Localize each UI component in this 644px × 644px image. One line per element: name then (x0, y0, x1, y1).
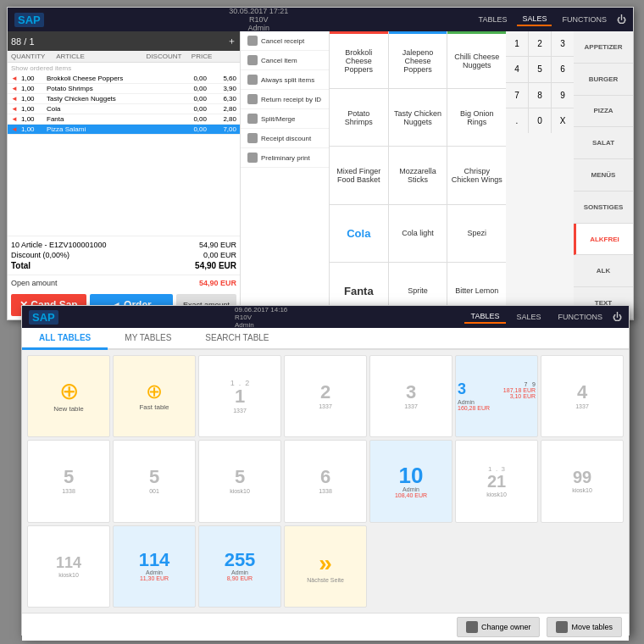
article: Brokkoli Cheese Poppers (47, 75, 181, 82)
table-2[interactable]: 2 1337 (284, 355, 367, 437)
table-255[interactable]: 255 Admin 8,90 EUR (198, 525, 281, 608)
table-1[interactable]: 1 . 2 1 1337 (198, 355, 281, 437)
table-6[interactable]: 6 1338 (284, 440, 367, 522)
menu-item-jalepeno-poppers[interactable]: Jalepeno Cheese Poppers (389, 31, 447, 88)
table-3-blue[interactable]: 3 7 9 187,18 EUR 3,10 EUR Admin 160,28 E… (455, 355, 538, 437)
receipt-columns: QUANTITY ARTICLE DISCOUNT PRICE (8, 51, 240, 63)
menu-grid: Brokkoli Cheese Poppers Jalepeno Cheese … (330, 31, 506, 319)
table-user: Admin (231, 569, 248, 575)
next-chevron-icon: » (319, 550, 332, 577)
menu-item-cola[interactable]: Cola (330, 205, 388, 262)
menu-item-brokkoli-poppers[interactable]: Brokkoli Cheese Poppers (330, 31, 388, 88)
table-4[interactable]: 4 1337 (541, 355, 624, 437)
ctx-preliminary-print[interactable]: Preliminary print (241, 148, 329, 168)
key-3[interactable]: 3 (552, 31, 574, 56)
cat-appetizer[interactable]: APPETIZER (574, 31, 633, 64)
move-tables-button[interactable]: Move tables (547, 617, 622, 637)
front-nav-functions[interactable]: FUNCTIONS (552, 311, 610, 323)
order-item[interactable]: ◄ 1,00 Potato Shrimps 0,00 3,90 (8, 84, 240, 94)
order-item[interactable]: ◄ 1,00 Cola 0,00 2,80 (8, 104, 240, 114)
price: 2,80 (207, 115, 236, 123)
menu-item-finger-food[interactable]: Mixed Finger Food Basket (330, 147, 388, 203)
table-label: 001 (149, 488, 159, 494)
ctx-cancel-item[interactable]: Cancel Item (241, 51, 329, 70)
key-4[interactable]: 4 (506, 57, 528, 81)
cat-menus[interactable]: MENÜS (574, 159, 633, 192)
table-5a[interactable]: 5 1338 (27, 440, 110, 522)
col-article: ARTICLE (56, 53, 146, 60)
table-number: 99 (573, 469, 591, 486)
key-7[interactable]: 7 (506, 83, 528, 108)
order-item[interactable]: ◄ 1,00 Fanta 0,00 2,80 (8, 114, 240, 125)
col-discount: DISCOUNT (147, 53, 192, 60)
menu-item-spezi[interactable]: Spezi (447, 205, 506, 262)
tab-my-tables[interactable]: MY TABLES (108, 328, 188, 350)
cancel-receipt-icon (247, 36, 258, 46)
ctx-receipt-discount[interactable]: Receipt discount (241, 129, 329, 148)
table-next-page[interactable]: » Nächste Seite (284, 525, 367, 608)
cat-burger[interactable]: BURGER (574, 64, 633, 96)
menu-item-potato-shrimps[interactable]: Potato Shrimps (330, 89, 388, 146)
table-label: 1337 (575, 403, 589, 409)
table-10[interactable]: 10 Admin 108,40 EUR (369, 440, 452, 522)
totals-section: 10 Article - E1ZV100001000 54,90 EUR Dis… (8, 236, 240, 275)
key-9[interactable]: 9 (552, 83, 574, 108)
table-114b[interactable]: 114 Admin 11,30 EUR (113, 525, 196, 608)
key-2[interactable]: 2 (529, 31, 551, 56)
table-new[interactable]: ⊕ New table (27, 355, 110, 437)
menu-item-onion-rings[interactable]: Big Onion Rings (447, 89, 506, 146)
cat-salat[interactable]: SALAT (574, 127, 633, 159)
order-item-selected[interactable]: ◄ 1,00 Pizza Salami 0,00 7,00 (8, 125, 240, 135)
menu-item-cola-light[interactable]: Cola light (389, 205, 447, 262)
table-3-gray[interactable]: 3 1337 (369, 355, 452, 437)
key-8[interactable]: 8 (529, 83, 551, 108)
receipt-header: 88 / 1 ＋ (8, 31, 240, 51)
front-nav-tables[interactable]: TABLES (464, 310, 507, 324)
cat-sonstiges[interactable]: SONSTIGES (574, 192, 633, 224)
ctx-label: Return receipt by ID (261, 96, 321, 103)
table-114a[interactable]: 114 kiosk10 (27, 525, 110, 608)
change-owner-label: Change owner (481, 623, 531, 631)
tab-all-tables[interactable]: ALL TABLES (22, 328, 108, 350)
ctx-always-split[interactable]: Always split items (241, 70, 329, 90)
add-icon[interactable]: ＋ (227, 35, 236, 47)
order-item[interactable]: ◄ 1,00 Brokkoli Cheese Poppers 0,00 5,60 (8, 74, 240, 84)
key-x[interactable]: X (552, 108, 574, 133)
front-nav-sales[interactable]: SALES (509, 311, 547, 323)
nav-sales[interactable]: SALES (517, 13, 552, 26)
key-0[interactable]: 0 (529, 108, 551, 133)
arrow-icon: ◄ (11, 75, 21, 82)
menu-item-chilli-nuggets[interactable]: Chilli Cheese Nuggets (447, 31, 506, 88)
menu-item-mozzarella[interactable]: Mozzarella Sticks (389, 147, 447, 203)
key-6[interactable]: 6 (552, 57, 574, 81)
key-dot[interactable]: . (506, 108, 528, 133)
ctx-return-receipt[interactable]: Return receipt by ID (241, 90, 329, 109)
table-21[interactable]: 1 . 3 21 kiosk10 (455, 440, 538, 522)
table-5b[interactable]: 5 001 (113, 440, 196, 522)
open-amount-val: 54,90 EUR (199, 279, 236, 287)
table-99[interactable]: 99 kiosk10 (541, 440, 624, 522)
cat-alk[interactable]: ALK (574, 255, 633, 287)
table-label: kiosk10 (572, 487, 592, 493)
table-number: 5 (64, 468, 74, 486)
datetime: 30.05.2017 17:21 (229, 7, 288, 15)
table-5c[interactable]: 5 kiosk10 (198, 440, 281, 522)
front-power-icon[interactable]: ⏻ (613, 312, 622, 322)
tab-search-table[interactable]: SEARCH TABLE (188, 328, 286, 350)
fast-table-icon: ⊕ (146, 381, 163, 402)
nav-tables[interactable]: TABLES (474, 14, 513, 25)
menu-item-chicken-wings[interactable]: Chrispy Chicken Wings (447, 147, 506, 203)
table-fast[interactable]: ⊕ Fast table (113, 355, 196, 437)
front-header: SAP 09.06.2017 14:16 R10V Admin TABLES S… (22, 306, 629, 328)
key-1[interactable]: 1 (506, 31, 528, 56)
ctx-split-merge[interactable]: Split/Merge (241, 109, 329, 129)
cat-alkfrei[interactable]: ALKFREI (574, 224, 633, 256)
nav-functions[interactable]: FUNCTIONS (557, 14, 612, 25)
ctx-cancel-receipt[interactable]: Cancel receipt (241, 31, 329, 51)
change-owner-button[interactable]: Change owner (457, 617, 541, 637)
order-item[interactable]: ◄ 1,00 Tasty Chicken Nuggets 0,00 6,30 (8, 94, 240, 104)
cat-pizza[interactable]: PIZZA (574, 96, 633, 128)
menu-item-chicken-nuggets[interactable]: Tasty Chicken Nuggets (389, 89, 447, 146)
power-icon[interactable]: ⏻ (617, 14, 626, 25)
key-5[interactable]: 5 (529, 57, 551, 81)
